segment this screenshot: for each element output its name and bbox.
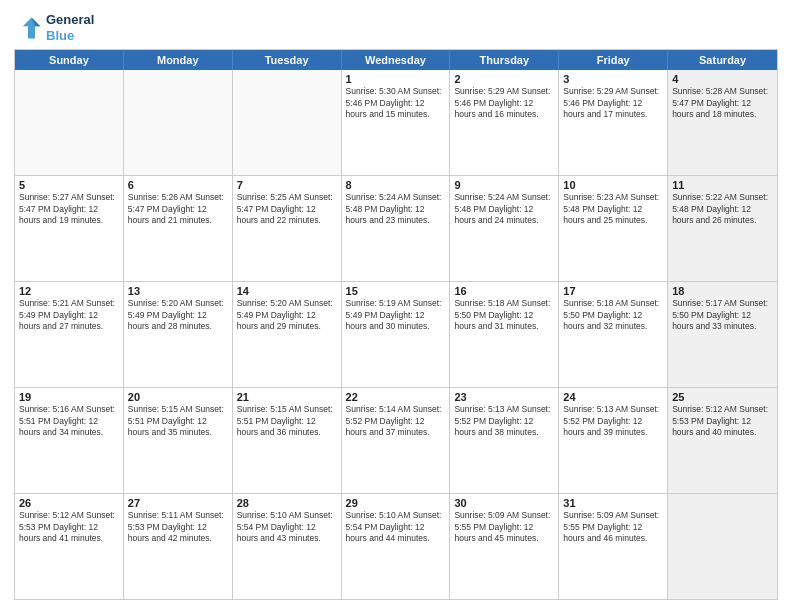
day-info: Sunrise: 5:29 AM Sunset: 5:46 PM Dayligh… [563, 86, 663, 120]
day-number: 28 [237, 497, 337, 509]
weeks: 1Sunrise: 5:30 AM Sunset: 5:46 PM Daylig… [15, 70, 777, 599]
day-info: Sunrise: 5:19 AM Sunset: 5:49 PM Dayligh… [346, 298, 446, 332]
day-number: 6 [128, 179, 228, 191]
day-cell: 9Sunrise: 5:24 AM Sunset: 5:48 PM Daylig… [450, 176, 559, 281]
day-headers: SundayMondayTuesdayWednesdayThursdayFrid… [15, 50, 777, 70]
logo-icon [14, 14, 42, 42]
page: General Blue SundayMondayTuesdayWednesda… [0, 0, 792, 612]
week-row: 19Sunrise: 5:16 AM Sunset: 5:51 PM Dayli… [15, 387, 777, 493]
day-cell: 22Sunrise: 5:14 AM Sunset: 5:52 PM Dayli… [342, 388, 451, 493]
day-cell: 10Sunrise: 5:23 AM Sunset: 5:48 PM Dayli… [559, 176, 668, 281]
day-cell: 13Sunrise: 5:20 AM Sunset: 5:49 PM Dayli… [124, 282, 233, 387]
day-info: Sunrise: 5:15 AM Sunset: 5:51 PM Dayligh… [128, 404, 228, 438]
day-info: Sunrise: 5:26 AM Sunset: 5:47 PM Dayligh… [128, 192, 228, 226]
day-info: Sunrise: 5:22 AM Sunset: 5:48 PM Dayligh… [672, 192, 773, 226]
day-header-tuesday: Tuesday [233, 50, 342, 70]
day-info: Sunrise: 5:11 AM Sunset: 5:53 PM Dayligh… [128, 510, 228, 544]
day-cell: 15Sunrise: 5:19 AM Sunset: 5:49 PM Dayli… [342, 282, 451, 387]
day-info: Sunrise: 5:27 AM Sunset: 5:47 PM Dayligh… [19, 192, 119, 226]
day-number: 30 [454, 497, 554, 509]
day-cell [15, 70, 124, 175]
day-header-wednesday: Wednesday [342, 50, 451, 70]
day-number: 5 [19, 179, 119, 191]
day-info: Sunrise: 5:23 AM Sunset: 5:48 PM Dayligh… [563, 192, 663, 226]
day-cell: 26Sunrise: 5:12 AM Sunset: 5:53 PM Dayli… [15, 494, 124, 599]
day-info: Sunrise: 5:09 AM Sunset: 5:55 PM Dayligh… [563, 510, 663, 544]
day-cell: 4Sunrise: 5:28 AM Sunset: 5:47 PM Daylig… [668, 70, 777, 175]
day-cell [233, 70, 342, 175]
day-cell: 8Sunrise: 5:24 AM Sunset: 5:48 PM Daylig… [342, 176, 451, 281]
day-info: Sunrise: 5:20 AM Sunset: 5:49 PM Dayligh… [237, 298, 337, 332]
day-cell: 5Sunrise: 5:27 AM Sunset: 5:47 PM Daylig… [15, 176, 124, 281]
day-header-monday: Monday [124, 50, 233, 70]
day-info: Sunrise: 5:21 AM Sunset: 5:49 PM Dayligh… [19, 298, 119, 332]
day-cell: 17Sunrise: 5:18 AM Sunset: 5:50 PM Dayli… [559, 282, 668, 387]
day-number: 18 [672, 285, 773, 297]
day-number: 13 [128, 285, 228, 297]
day-number: 14 [237, 285, 337, 297]
day-cell: 14Sunrise: 5:20 AM Sunset: 5:49 PM Dayli… [233, 282, 342, 387]
week-row: 12Sunrise: 5:21 AM Sunset: 5:49 PM Dayli… [15, 281, 777, 387]
day-cell: 27Sunrise: 5:11 AM Sunset: 5:53 PM Dayli… [124, 494, 233, 599]
day-number: 3 [563, 73, 663, 85]
day-info: Sunrise: 5:24 AM Sunset: 5:48 PM Dayligh… [454, 192, 554, 226]
day-cell: 11Sunrise: 5:22 AM Sunset: 5:48 PM Dayli… [668, 176, 777, 281]
day-info: Sunrise: 5:15 AM Sunset: 5:51 PM Dayligh… [237, 404, 337, 438]
day-info: Sunrise: 5:13 AM Sunset: 5:52 PM Dayligh… [454, 404, 554, 438]
day-number: 26 [19, 497, 119, 509]
day-number: 9 [454, 179, 554, 191]
day-cell: 1Sunrise: 5:30 AM Sunset: 5:46 PM Daylig… [342, 70, 451, 175]
day-cell: 24Sunrise: 5:13 AM Sunset: 5:52 PM Dayli… [559, 388, 668, 493]
day-cell: 6Sunrise: 5:26 AM Sunset: 5:47 PM Daylig… [124, 176, 233, 281]
day-info: Sunrise: 5:14 AM Sunset: 5:52 PM Dayligh… [346, 404, 446, 438]
day-number: 22 [346, 391, 446, 403]
day-info: Sunrise: 5:20 AM Sunset: 5:49 PM Dayligh… [128, 298, 228, 332]
day-cell: 12Sunrise: 5:21 AM Sunset: 5:49 PM Dayli… [15, 282, 124, 387]
day-cell: 18Sunrise: 5:17 AM Sunset: 5:50 PM Dayli… [668, 282, 777, 387]
day-number: 4 [672, 73, 773, 85]
week-row: 1Sunrise: 5:30 AM Sunset: 5:46 PM Daylig… [15, 70, 777, 175]
day-number: 20 [128, 391, 228, 403]
day-number: 11 [672, 179, 773, 191]
svg-marker-0 [23, 17, 41, 38]
day-cell: 20Sunrise: 5:15 AM Sunset: 5:51 PM Dayli… [124, 388, 233, 493]
day-cell: 19Sunrise: 5:16 AM Sunset: 5:51 PM Dayli… [15, 388, 124, 493]
day-cell: 31Sunrise: 5:09 AM Sunset: 5:55 PM Dayli… [559, 494, 668, 599]
day-number: 19 [19, 391, 119, 403]
day-info: Sunrise: 5:25 AM Sunset: 5:47 PM Dayligh… [237, 192, 337, 226]
week-row: 26Sunrise: 5:12 AM Sunset: 5:53 PM Dayli… [15, 493, 777, 599]
day-header-thursday: Thursday [450, 50, 559, 70]
calendar: SundayMondayTuesdayWednesdayThursdayFrid… [14, 49, 778, 600]
day-number: 16 [454, 285, 554, 297]
day-cell: 3Sunrise: 5:29 AM Sunset: 5:46 PM Daylig… [559, 70, 668, 175]
day-header-friday: Friday [559, 50, 668, 70]
week-row: 5Sunrise: 5:27 AM Sunset: 5:47 PM Daylig… [15, 175, 777, 281]
day-cell [668, 494, 777, 599]
day-number: 10 [563, 179, 663, 191]
day-info: Sunrise: 5:18 AM Sunset: 5:50 PM Dayligh… [454, 298, 554, 332]
day-number: 12 [19, 285, 119, 297]
day-info: Sunrise: 5:28 AM Sunset: 5:47 PM Dayligh… [672, 86, 773, 120]
day-info: Sunrise: 5:29 AM Sunset: 5:46 PM Dayligh… [454, 86, 554, 120]
day-number: 15 [346, 285, 446, 297]
day-cell: 29Sunrise: 5:10 AM Sunset: 5:54 PM Dayli… [342, 494, 451, 599]
day-info: Sunrise: 5:12 AM Sunset: 5:53 PM Dayligh… [672, 404, 773, 438]
logo: General Blue [14, 12, 94, 43]
day-number: 31 [563, 497, 663, 509]
day-number: 7 [237, 179, 337, 191]
day-number: 1 [346, 73, 446, 85]
day-cell: 7Sunrise: 5:25 AM Sunset: 5:47 PM Daylig… [233, 176, 342, 281]
day-info: Sunrise: 5:10 AM Sunset: 5:54 PM Dayligh… [237, 510, 337, 544]
day-info: Sunrise: 5:09 AM Sunset: 5:55 PM Dayligh… [454, 510, 554, 544]
day-number: 17 [563, 285, 663, 297]
day-info: Sunrise: 5:24 AM Sunset: 5:48 PM Dayligh… [346, 192, 446, 226]
day-cell: 2Sunrise: 5:29 AM Sunset: 5:46 PM Daylig… [450, 70, 559, 175]
day-number: 23 [454, 391, 554, 403]
logo-text: General Blue [46, 12, 94, 43]
day-number: 8 [346, 179, 446, 191]
day-cell: 16Sunrise: 5:18 AM Sunset: 5:50 PM Dayli… [450, 282, 559, 387]
day-number: 2 [454, 73, 554, 85]
day-cell: 23Sunrise: 5:13 AM Sunset: 5:52 PM Dayli… [450, 388, 559, 493]
day-number: 29 [346, 497, 446, 509]
day-cell: 28Sunrise: 5:10 AM Sunset: 5:54 PM Dayli… [233, 494, 342, 599]
